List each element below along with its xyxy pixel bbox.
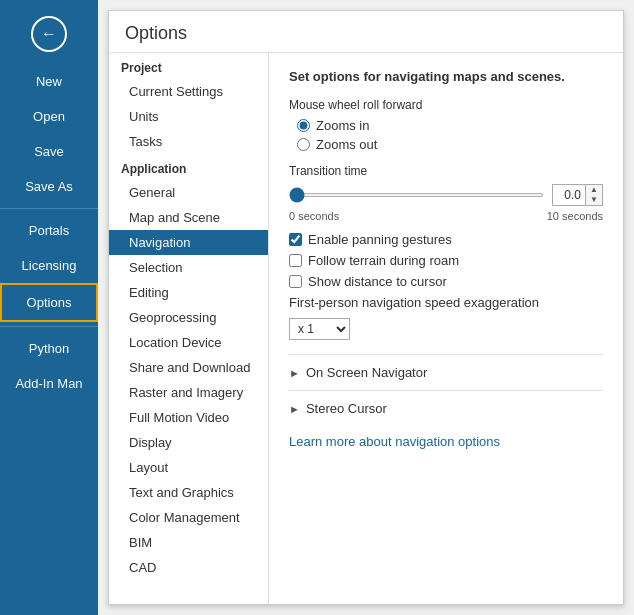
chevron-right-icon-1: ► xyxy=(289,367,300,379)
chevron-right-icon-2: ► xyxy=(289,403,300,415)
stereo-cursor-section: ► Stereo Cursor xyxy=(289,390,603,426)
tree-item-navigation[interactable]: Navigation xyxy=(109,230,268,255)
transition-spinner-value[interactable] xyxy=(553,188,585,202)
radio-zooms-out[interactable] xyxy=(297,138,310,151)
checkbox-row-distance: Show distance to cursor xyxy=(289,274,603,289)
radio-label-zooms-out: Zooms out xyxy=(316,137,377,152)
slider-container xyxy=(289,193,544,197)
on-screen-navigator-section: ► On Screen Navigator xyxy=(289,354,603,390)
tree-item-full-motion-video[interactable]: Full Motion Video xyxy=(109,405,268,430)
sidebar-item-save[interactable]: Save xyxy=(0,134,98,169)
sidebar-item-licensing[interactable]: Licensing xyxy=(0,248,98,283)
tree-item-map-scene[interactable]: Map and Scene xyxy=(109,205,268,230)
transition-spinner: ▲ ▼ xyxy=(552,184,603,206)
options-title: Options xyxy=(109,11,623,53)
tree-item-layout[interactable]: Layout xyxy=(109,455,268,480)
tree-item-raster-imagery[interactable]: Raster and Imagery xyxy=(109,380,268,405)
tree-item-share-download[interactable]: Share and Download xyxy=(109,355,268,380)
transition-slider[interactable] xyxy=(289,193,544,197)
sidebar-item-open[interactable]: Open xyxy=(0,99,98,134)
slider-min-label: 0 seconds xyxy=(289,210,339,222)
sidebar-divider-2 xyxy=(0,326,98,327)
nav-speed-dropdown[interactable]: x 1 x 2 x 4 x 8 xyxy=(289,318,350,340)
checkbox-label-distance: Show distance to cursor xyxy=(308,274,447,289)
radio-row-zooms-out: Zooms out xyxy=(297,137,603,152)
tree-item-color-management[interactable]: Color Management xyxy=(109,505,268,530)
group-label-project: Project xyxy=(109,53,268,79)
tree-item-cad[interactable]: CAD xyxy=(109,555,268,580)
checkbox-terrain[interactable] xyxy=(289,254,302,267)
checkbox-label-terrain: Follow terrain during roam xyxy=(308,253,459,268)
transition-row: ▲ ▼ xyxy=(289,184,603,206)
slider-labels: 0 seconds 10 seconds xyxy=(289,210,603,222)
checkbox-label-panning: Enable panning gestures xyxy=(308,232,452,247)
group-label-application: Application xyxy=(109,154,268,180)
tree-item-geoprocessing[interactable]: Geoprocessing xyxy=(109,305,268,330)
tree-item-editing[interactable]: Editing xyxy=(109,280,268,305)
mouse-wheel-label: Mouse wheel roll forward xyxy=(289,98,603,112)
spinner-arrows: ▲ ▼ xyxy=(585,185,602,205)
checkbox-distance[interactable] xyxy=(289,275,302,288)
spinner-up[interactable]: ▲ xyxy=(586,185,602,195)
back-button-area[interactable]: ← xyxy=(0,0,98,64)
tree-item-tasks[interactable]: Tasks xyxy=(109,129,268,154)
back-button[interactable]: ← xyxy=(31,16,67,52)
sidebar: ← New Open Save Save As Portals Licensin… xyxy=(0,0,98,615)
checkbox-row-terrain: Follow terrain during roam xyxy=(289,253,603,268)
on-screen-navigator-label: On Screen Navigator xyxy=(306,365,427,380)
checkbox-row-panning: Enable panning gestures xyxy=(289,232,603,247)
learn-link[interactable]: Learn more about navigation options xyxy=(289,434,603,449)
radio-zooms-in[interactable] xyxy=(297,119,310,132)
on-screen-navigator-header[interactable]: ► On Screen Navigator xyxy=(289,363,603,382)
transition-label: Transition time xyxy=(289,164,603,178)
sidebar-item-portals[interactable]: Portals xyxy=(0,213,98,248)
content-description: Set options for navigating maps and scen… xyxy=(289,69,603,84)
checkbox-panning[interactable] xyxy=(289,233,302,246)
options-body: Project Current Settings Units Tasks App… xyxy=(109,53,623,604)
radio-label-zooms-in: Zooms in xyxy=(316,118,369,133)
mouse-wheel-radio-group: Zooms in Zooms out xyxy=(297,118,603,152)
radio-row-zooms-in: Zooms in xyxy=(297,118,603,133)
slider-max-label: 10 seconds xyxy=(547,210,603,222)
tree-item-location-device[interactable]: Location Device xyxy=(109,330,268,355)
sidebar-item-addin[interactable]: Add-In Man xyxy=(0,366,98,401)
spinner-down[interactable]: ▼ xyxy=(586,195,602,205)
tree-item-current-settings[interactable]: Current Settings xyxy=(109,79,268,104)
sidebar-item-new[interactable]: New xyxy=(0,64,98,99)
tree-item-selection[interactable]: Selection xyxy=(109,255,268,280)
options-dialog: Options Project Current Settings Units T… xyxy=(108,10,624,605)
nav-speed-label: First-person navigation speed exaggerati… xyxy=(289,295,539,310)
sidebar-item-saveas[interactable]: Save As xyxy=(0,169,98,204)
stereo-cursor-label: Stereo Cursor xyxy=(306,401,387,416)
sidebar-item-options[interactable]: Options xyxy=(0,283,98,322)
main-area: Options Project Current Settings Units T… xyxy=(98,0,634,615)
nav-speed-row: First-person navigation speed exaggerati… xyxy=(289,295,603,340)
content-panel: Set options for navigating maps and scen… xyxy=(269,53,623,604)
tree-item-display[interactable]: Display xyxy=(109,430,268,455)
sidebar-item-python[interactable]: Python xyxy=(0,331,98,366)
tree-item-bim[interactable]: BIM xyxy=(109,530,268,555)
tree-panel: Project Current Settings Units Tasks App… xyxy=(109,53,269,604)
sidebar-divider-1 xyxy=(0,208,98,209)
tree-item-general[interactable]: General xyxy=(109,180,268,205)
tree-item-text-graphics[interactable]: Text and Graphics xyxy=(109,480,268,505)
stereo-cursor-header[interactable]: ► Stereo Cursor xyxy=(289,399,603,418)
tree-item-units[interactable]: Units xyxy=(109,104,268,129)
